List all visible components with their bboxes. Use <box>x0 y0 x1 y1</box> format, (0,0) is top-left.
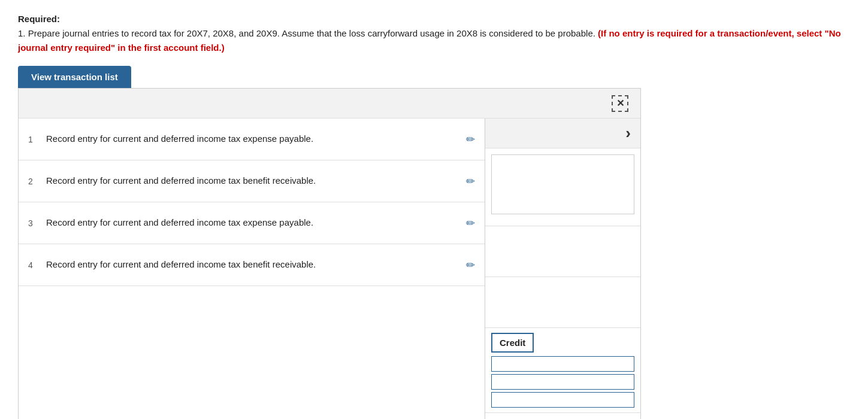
credit-input-2[interactable] <box>491 374 634 390</box>
right-panel-row-5 <box>485 413 640 419</box>
table-row <box>19 286 485 316</box>
right-panel-row-1 <box>485 148 640 226</box>
view-transaction-button[interactable]: View transaction list <box>18 66 131 88</box>
right-panel-row-4: Credit <box>485 328 640 413</box>
instructions-section: Required: 1. Prepare journal entries to … <box>18 12 850 55</box>
credit-inputs <box>491 356 634 408</box>
row-description-1: Record entry for current and deferred in… <box>46 132 454 146</box>
close-x-icon: ✕ <box>616 98 624 109</box>
row-number-4: 4 <box>28 260 46 270</box>
row-description-3: Record entry for current and deferred in… <box>46 216 454 230</box>
edit-icon-2[interactable]: ✏ <box>466 175 475 188</box>
table-row: 4 Record entry for current and deferred … <box>19 244 485 286</box>
credit-label: Credit <box>491 333 534 353</box>
transaction-list: 1 Record entry for current and deferred … <box>19 119 485 419</box>
instructions-body: 1. Prepare journal entries to record tax… <box>18 28 595 38</box>
edit-icon-4[interactable]: ✏ <box>466 259 475 272</box>
required-label: Required: <box>18 14 60 24</box>
panel-body: 1 Record entry for current and deferred … <box>19 119 640 419</box>
table-row: 1 Record entry for current and deferred … <box>19 119 485 160</box>
row-description-4: Record entry for current and deferred in… <box>46 258 454 272</box>
row-number-1: 1 <box>28 135 46 144</box>
credit-input-1[interactable] <box>491 356 634 372</box>
transaction-panel: ✕ 1 Record entry for current and deferre… <box>18 88 641 419</box>
right-panel-row-2 <box>485 226 640 277</box>
panel-header: ✕ <box>19 89 640 119</box>
chevron-right-icon[interactable]: › <box>625 124 631 142</box>
edit-icon-3[interactable]: ✏ <box>466 217 475 230</box>
row-description-2: Record entry for current and deferred in… <box>46 174 454 188</box>
right-panel-header: › <box>485 119 640 148</box>
row-number-2: 2 <box>28 177 46 186</box>
row-number-3: 3 <box>28 218 46 228</box>
edit-icon-1[interactable]: ✏ <box>466 133 475 146</box>
right-panel: › Credit <box>485 119 640 419</box>
table-row: 3 Record entry for current and deferred … <box>19 202 485 244</box>
right-panel-row-3 <box>485 277 640 328</box>
credit-input-3[interactable] <box>491 392 634 408</box>
white-box-1 <box>491 154 634 214</box>
table-row: 2 Record entry for current and deferred … <box>19 160 485 202</box>
close-button[interactable]: ✕ <box>612 95 628 112</box>
